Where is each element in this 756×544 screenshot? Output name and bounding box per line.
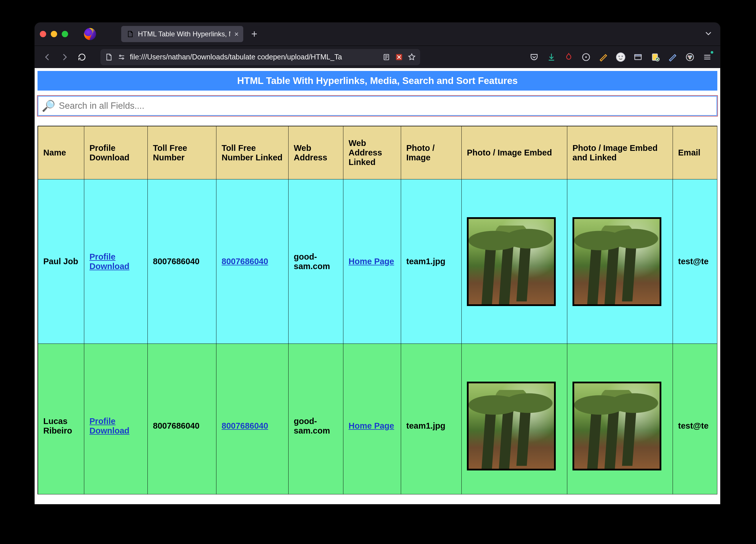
svg-point-5 xyxy=(585,56,587,58)
data-table: Name Profile Download Toll Free Number T… xyxy=(38,126,717,494)
tab-close-icon[interactable]: × xyxy=(234,30,239,38)
page-root: HTML Table With Hyperlinks, Media, Searc… xyxy=(35,68,720,497)
search-icon: 🔍 xyxy=(42,100,55,112)
extension-icon-5[interactable] xyxy=(633,52,643,63)
bookmark-star-icon[interactable] xyxy=(407,53,416,61)
pocket-icon[interactable] xyxy=(529,52,540,63)
cell-web: good-sam.com xyxy=(289,344,343,495)
window-close-button[interactable] xyxy=(40,31,46,37)
extension-icon-4[interactable] xyxy=(615,52,626,63)
url-bar[interactable]: file:///Users/nathan/Downloads/tabulate … xyxy=(100,49,420,65)
col-profile-download[interactable]: Profile Download xyxy=(84,126,148,180)
search-input[interactable] xyxy=(59,101,713,111)
cell-toll-free: 8007686040 xyxy=(148,180,216,344)
cell-toll-free-linked: 8007686040 xyxy=(216,344,289,495)
toolbar-icons xyxy=(529,52,715,63)
photo-thumbnail xyxy=(467,382,556,470)
svg-point-0 xyxy=(119,55,121,57)
noscript-icon[interactable] xyxy=(395,53,403,61)
tab-strip: HTML Table With Hyperlinks, Media, × + xyxy=(35,23,720,46)
toll-free-link[interactable]: 8007686040 xyxy=(222,257,268,266)
cell-toll-free-linked: 8007686040 xyxy=(216,180,289,344)
col-toll-free[interactable]: Toll Free Number xyxy=(148,126,216,180)
browser-window: HTML Table With Hyperlinks, Media, × + f… xyxy=(35,23,720,504)
cell-web-linked: Home Page xyxy=(343,180,401,344)
tab-title: HTML Table With Hyperlinks, Media, xyxy=(138,30,230,38)
cell-profile-download: Profile Download xyxy=(84,180,148,344)
svg-point-8 xyxy=(622,55,623,57)
forward-button[interactable] xyxy=(57,50,72,65)
extension-icon-7[interactable] xyxy=(667,52,678,63)
tabs-overflow-button[interactable] xyxy=(703,29,720,40)
cell-photo-embed-linked xyxy=(567,180,673,344)
extension-icon-3[interactable] xyxy=(598,52,609,63)
search-field-wrap[interactable]: 🔍 xyxy=(38,96,717,116)
table-row: Lucas Ribeiro Profile Download 800768604… xyxy=(38,344,718,495)
page-title: HTML Table With Hyperlinks, Media, Searc… xyxy=(38,71,717,91)
col-email[interactable]: Email xyxy=(673,126,718,180)
cell-web-linked: Home Page xyxy=(343,344,401,495)
extension-icon-6[interactable] xyxy=(650,52,661,63)
extension-icon-2[interactable] xyxy=(581,52,592,63)
nav-toolbar: file:///Users/nathan/Downloads/tabulate … xyxy=(35,46,720,68)
toll-free-link[interactable]: 8007686040 xyxy=(222,421,268,430)
firefox-icon xyxy=(84,28,96,40)
cell-profile-download: Profile Download xyxy=(84,344,148,495)
window-controls xyxy=(40,31,68,37)
svg-point-16 xyxy=(689,57,691,59)
new-tab-button[interactable]: + xyxy=(247,27,261,41)
home-page-link[interactable]: Home Page xyxy=(349,257,394,266)
url-text: file:///Users/nathan/Downloads/tabulate … xyxy=(130,53,378,61)
app-menu-button[interactable] xyxy=(702,52,713,63)
photo-thumbnail xyxy=(467,217,556,306)
document-icon xyxy=(126,30,134,38)
col-photo-embed-linked[interactable]: Photo / Image Embed and Linked xyxy=(567,126,673,180)
svg-point-7 xyxy=(618,55,620,57)
extension-icon-8[interactable] xyxy=(684,52,695,63)
table-header-row: Name Profile Download Toll Free Number T… xyxy=(38,126,718,180)
photo-thumbnail xyxy=(572,382,661,470)
col-web-address-linked[interactable]: Web Address Linked xyxy=(343,126,401,180)
cell-email: test@te xyxy=(673,344,718,495)
back-button[interactable] xyxy=(40,50,55,65)
photo-thumbnail-link[interactable] xyxy=(572,217,667,306)
svg-point-15 xyxy=(690,56,692,57)
page-info-icon[interactable] xyxy=(104,53,113,61)
svg-point-1 xyxy=(122,58,123,59)
cell-email: test@te xyxy=(673,180,718,344)
photo-thumbnail xyxy=(572,217,661,306)
page-viewport: HTML Table With Hyperlinks, Media, Searc… xyxy=(35,68,720,504)
cell-photo: team1.jpg xyxy=(401,344,462,495)
reload-button[interactable] xyxy=(74,50,89,65)
cell-name: Lucas Ribeiro xyxy=(38,344,84,495)
browser-tab[interactable]: HTML Table With Hyperlinks, Media, × xyxy=(121,26,243,42)
svg-point-14 xyxy=(688,56,690,57)
cell-name: Paul Job xyxy=(38,180,84,344)
cell-photo-embed-linked xyxy=(567,344,673,495)
col-web-address[interactable]: Web Address xyxy=(289,126,343,180)
permissions-icon[interactable] xyxy=(117,53,126,61)
svg-rect-10 xyxy=(635,55,641,56)
extension-icon-1[interactable] xyxy=(563,52,574,63)
data-table-container[interactable]: Name Profile Download Toll Free Number T… xyxy=(38,126,717,494)
profile-download-link[interactable]: Profile Download xyxy=(89,416,130,435)
table-row: Paul Job Profile Download 8007686040 800… xyxy=(38,180,718,344)
col-name[interactable]: Name xyxy=(38,126,84,180)
firefox-app-icon xyxy=(81,25,99,43)
window-zoom-button[interactable] xyxy=(62,31,68,37)
profile-download-link[interactable]: Profile Download xyxy=(89,252,130,271)
svg-point-6 xyxy=(616,53,625,61)
photo-thumbnail-link[interactable] xyxy=(572,382,667,470)
window-minimize-button[interactable] xyxy=(51,31,57,37)
col-photo[interactable]: Photo / Image xyxy=(401,126,462,180)
cell-toll-free: 8007686040 xyxy=(148,344,216,495)
downloads-icon[interactable] xyxy=(546,52,557,63)
col-photo-embed[interactable]: Photo / Image Embed xyxy=(462,126,567,180)
cell-photo-embed xyxy=(462,344,567,495)
cell-photo: team1.jpg xyxy=(401,180,462,344)
col-toll-free-linked[interactable]: Toll Free Number Linked xyxy=(216,126,289,180)
cell-photo-embed xyxy=(462,180,567,344)
cell-web: good-sam.com xyxy=(289,180,343,344)
home-page-link[interactable]: Home Page xyxy=(349,421,394,430)
reader-mode-icon[interactable] xyxy=(382,53,391,61)
